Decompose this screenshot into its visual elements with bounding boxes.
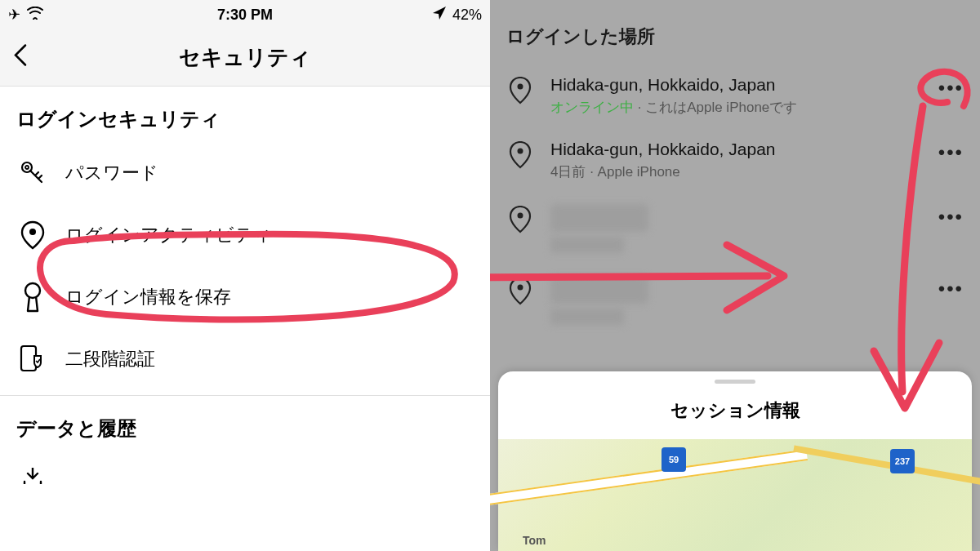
redacted-text — [550, 237, 624, 253]
section-data-history: データと履歴 — [0, 396, 490, 451]
nav-header: セキュリティ — [0, 29, 490, 87]
download-icon — [18, 468, 47, 484]
row-password[interactable]: パスワード — [0, 142, 490, 204]
redacted-text — [550, 204, 648, 232]
login-activity-screen: ログインした場所 Hidaka-gun, Hokkaido, Japan オンラ… — [490, 0, 980, 551]
location-pin-icon — [506, 278, 534, 305]
session-row[interactable]: Hidaka-gun, Hokkaido, Japan 4日前 · Apple … — [490, 128, 980, 193]
sheet-title: セッション情報 — [670, 398, 800, 423]
redacted-text — [550, 309, 624, 325]
section-login-security: ログインセキュリティ — [0, 87, 490, 142]
session-location: Hidaka-gun, Hokkaido, Japan — [550, 75, 922, 95]
redacted-text — [550, 276, 648, 304]
status-bar: ✈ 7:30 PM 42% — [0, 0, 490, 29]
key-icon — [18, 158, 47, 188]
session-info-sheet[interactable]: セッション情報 59 237 Tom — [498, 371, 972, 551]
more-icon[interactable]: ••• — [938, 77, 964, 100]
svg-point-8 — [518, 285, 523, 291]
svg-point-3 — [25, 283, 40, 298]
session-sub: オンライン中 · これはApple iPhoneです — [550, 98, 922, 117]
session-row-current[interactable]: Hidaka-gun, Hokkaido, Japan オンライン中 · これは… — [490, 64, 980, 128]
security-settings-screen: ✈ 7:30 PM 42% セキュリティ ログインセキュリティ パスワード ログ… — [0, 0, 490, 551]
session-location: Hidaka-gun, Hokkaido, Japan — [550, 140, 922, 159]
svg-point-7 — [518, 213, 523, 219]
location-pin-icon — [506, 77, 534, 104]
svg-point-1 — [25, 166, 29, 169]
location-pin-icon — [506, 206, 534, 233]
location-pin-icon — [506, 141, 534, 169]
route-shield: 237 — [890, 449, 915, 473]
row-two-factor-label: 二段階認証 — [65, 347, 155, 371]
location-pin-icon — [18, 220, 47, 250]
back-button[interactable] — [13, 43, 29, 72]
more-icon[interactable]: ••• — [938, 141, 964, 164]
svg-point-2 — [29, 229, 36, 235]
row-two-factor[interactable]: 二段階認証 — [0, 328, 490, 390]
session-sub: 4日前 · Apple iPhone — [550, 162, 922, 181]
keyhole-icon — [18, 282, 47, 312]
row-login-activity-label: ログインアクティビティ — [65, 223, 272, 247]
session-map[interactable]: 59 237 Tom — [498, 439, 972, 551]
svg-point-5 — [518, 84, 523, 90]
login-locations-header: ログインした場所 — [490, 0, 980, 64]
more-icon[interactable]: ••• — [938, 278, 964, 300]
route-shield: 59 — [662, 447, 686, 472]
map-city-label: Tom — [523, 534, 546, 547]
svg-point-6 — [518, 149, 523, 154]
sheet-handle[interactable] — [715, 380, 755, 384]
row-password-label: パスワード — [65, 161, 158, 185]
status-time: 7:30 PM — [0, 7, 490, 24]
more-icon[interactable]: ••• — [938, 206, 964, 229]
page-title: セキュリティ — [179, 43, 311, 72]
row-save-login[interactable]: ログイン情報を保存 — [0, 266, 490, 328]
row-save-login-label: ログイン情報を保存 — [65, 285, 231, 309]
row-data-partial[interactable] — [0, 451, 490, 484]
session-row-redacted[interactable]: ••• — [490, 193, 980, 264]
row-login-activity[interactable]: ログインアクティビティ — [0, 204, 490, 266]
session-row-redacted[interactable]: ••• — [490, 264, 980, 336]
phone-shield-icon — [18, 344, 47, 374]
